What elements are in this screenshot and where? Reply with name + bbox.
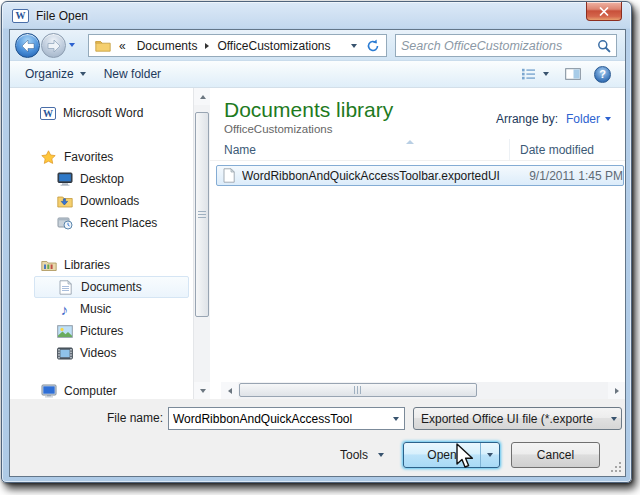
column-header-date-modified[interactable]: Date modified <box>510 139 594 160</box>
file-name-cell: WordRibbonAndQuickAccessToolbar.exported… <box>242 169 517 183</box>
dropdown-arrow-icon <box>393 417 399 421</box>
tools-button[interactable]: Tools <box>332 442 392 468</box>
help-button[interactable] <box>594 66 611 83</box>
sidebar-item-label: Downloads <box>80 194 139 208</box>
breadcrumb-officecustomizations[interactable]: OfficeCustomizations <box>214 38 333 54</box>
sidebar-item-pictures[interactable]: Pictures <box>10 320 193 342</box>
sidebar-item-libraries[interactable]: Libraries <box>10 254 193 276</box>
scroll-right-button[interactable] <box>608 382 625 399</box>
library-header: Documents library OfficeCustomizations A… <box>210 88 625 139</box>
file-row-selected[interactable]: WordRibbonAndQuickAccessToolbar.exported… <box>216 165 624 186</box>
forward-button[interactable] <box>41 33 66 58</box>
file-name-combo[interactable] <box>168 407 405 430</box>
sidebar-item-microsoft-word[interactable]: Microsoft Word <box>10 102 193 124</box>
column-headers: Name Date modified <box>210 139 625 161</box>
breadcrumb-overflow[interactable]: « <box>116 38 129 54</box>
horizontal-scrollbar-thumb[interactable] <box>239 383 477 397</box>
sidebar-item-desktop[interactable]: Desktop <box>10 168 193 190</box>
arrange-by-selected: Folder <box>566 112 600 126</box>
computer-icon <box>40 384 57 398</box>
preview-pane-icon <box>565 68 581 80</box>
word-app-icon <box>12 9 29 23</box>
libraries-icon <box>40 258 57 272</box>
arrange-by-label: Arrange by: <box>496 112 558 126</box>
sidebar-item-videos[interactable]: Videos <box>10 342 193 364</box>
sidebar-item-label: Pictures <box>80 324 123 338</box>
new-folder-button[interactable]: New folder <box>95 63 170 85</box>
recent-pages-dropdown-icon[interactable] <box>69 43 75 47</box>
dialog-footer: File name: Exported Office UI file (*.ex… <box>10 399 625 476</box>
close-icon <box>599 7 609 16</box>
sort-ascending-icon <box>406 140 414 144</box>
arrange-by-control[interactable]: Arrange by: Folder <box>496 112 611 126</box>
close-button[interactable] <box>586 2 622 21</box>
change-view-button[interactable] <box>518 63 552 85</box>
file-type-dropdown[interactable]: Exported Office UI file (*.exporte <box>413 407 622 430</box>
open-dropdown-icon <box>487 453 493 457</box>
breadcrumb-separator-icon[interactable] <box>205 43 209 49</box>
back-button[interactable] <box>15 33 40 58</box>
refresh-button[interactable] <box>359 34 387 57</box>
horizontal-scrollbar[interactable] <box>221 382 625 399</box>
sidebar-item-label: Recent Places <box>80 216 157 230</box>
scroll-left-icon <box>228 388 232 394</box>
sidebar-item-label: Libraries <box>64 258 110 272</box>
sidebar-item-recent-places[interactable]: Recent Places <box>10 212 193 234</box>
scroll-down-icon <box>200 389 206 393</box>
sidebar-scrollbar[interactable] <box>193 88 210 399</box>
file-name-input[interactable] <box>169 412 387 426</box>
sidebar-item-music[interactable]: Music <box>10 298 193 320</box>
sidebar-item-label: Documents <box>81 280 142 294</box>
music-icon <box>56 303 73 316</box>
mouse-cursor-icon <box>455 443 477 469</box>
sidebar-item-label: Desktop <box>80 172 124 186</box>
file-name-dropdown-button[interactable] <box>387 408 404 429</box>
address-history-dropdown-icon[interactable] <box>351 44 357 48</box>
tools-label: Tools <box>340 448 368 462</box>
scroll-left-button[interactable] <box>221 382 238 399</box>
refresh-icon <box>366 39 380 53</box>
scroll-up-button[interactable] <box>194 88 211 105</box>
star-icon <box>40 150 57 164</box>
title-bar[interactable]: File Open <box>2 2 631 29</box>
sidebar-item-label: Computer <box>64 384 117 398</box>
sidebar-item-label: Favorites <box>64 150 113 164</box>
resize-grip-icon[interactable] <box>609 460 622 473</box>
open-button[interactable]: Open <box>403 442 500 468</box>
sidebar-scrollbar-thumb[interactable] <box>195 112 209 317</box>
scroll-down-button[interactable] <box>194 382 211 399</box>
organize-button[interactable]: Organize <box>16 63 95 85</box>
search-icon[interactable] <box>597 39 611 53</box>
scrollbar-grip-icon <box>198 211 206 219</box>
folder-icon <box>94 39 111 52</box>
address-bar[interactable]: « Documents OfficeCustomizations <box>88 34 360 57</box>
downloads-icon <box>56 194 73 208</box>
open-split-dropdown-button[interactable] <box>480 443 499 467</box>
file-date-cell: 9/1/2011 1:45 PM <box>517 169 623 183</box>
file-list-pane: Documents library OfficeCustomizations A… <box>210 88 625 399</box>
breadcrumb-documents[interactable]: Documents <box>134 38 201 54</box>
back-arrow-icon <box>20 39 36 53</box>
search-input[interactable] <box>401 39 597 53</box>
sidebar-spacer <box>10 364 193 380</box>
arrange-by-value[interactable]: Folder <box>566 112 611 126</box>
search-box[interactable] <box>395 34 617 57</box>
file-name-label: File name: <box>65 411 163 425</box>
pictures-icon <box>56 325 73 338</box>
documents-icon <box>57 280 74 295</box>
new-folder-label: New folder <box>104 67 161 81</box>
videos-icon <box>56 347 73 360</box>
sidebar-item-computer[interactable]: Computer <box>10 380 193 399</box>
dialog-client-area: « Documents OfficeCustomizations <box>9 29 626 477</box>
preview-pane-button[interactable] <box>565 68 581 80</box>
column-header-name[interactable]: Name <box>210 139 510 160</box>
file-icon <box>220 168 237 183</box>
sidebar-item-label: Videos <box>80 346 116 360</box>
sidebar-item-downloads[interactable]: Downloads <box>10 190 193 212</box>
scroll-up-icon <box>200 95 206 99</box>
sidebar-item-favorites[interactable]: Favorites <box>10 146 193 168</box>
sidebar-item-documents[interactable]: Documents <box>34 276 189 298</box>
cancel-button-label: Cancel <box>537 448 574 462</box>
forward-arrow-icon <box>46 39 62 53</box>
cancel-button[interactable]: Cancel <box>511 442 600 468</box>
